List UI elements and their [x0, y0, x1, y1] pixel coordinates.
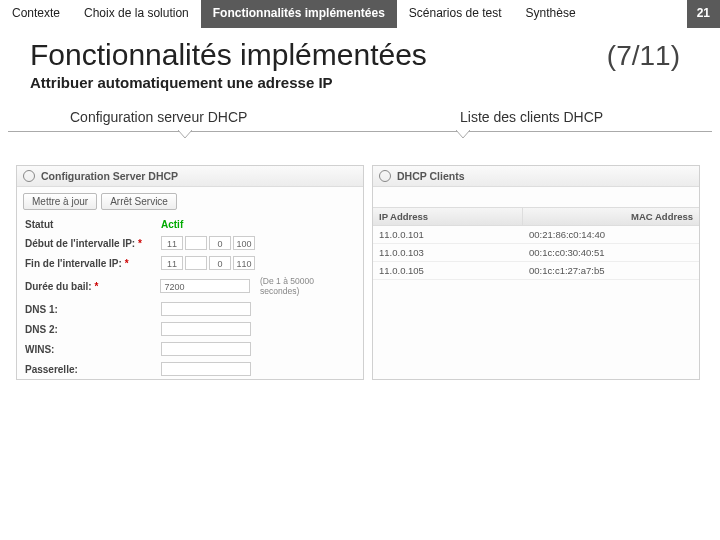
range-end-label: Fin de l'intervalle IP: *: [25, 258, 155, 269]
panel-heading-right: DHCP Clients: [397, 170, 465, 182]
dns1-label: DNS 1:: [25, 304, 155, 315]
ip-start-input[interactable]: 110100: [161, 236, 255, 250]
divider-line: [8, 131, 712, 147]
page-title: Fonctionnalités implémentées: [30, 38, 427, 72]
table-row: 11.0.0.105 00:1c:c1:27:a7:b5: [373, 262, 699, 280]
status-label: Statut: [25, 219, 155, 230]
dns1-input[interactable]: [161, 302, 251, 316]
subhead-right: Liste des clients DHCP: [390, 109, 690, 125]
tab-choix[interactable]: Choix de la solution: [72, 0, 201, 28]
dns2-label: DNS 2:: [25, 324, 155, 335]
tab-contexte[interactable]: Contexte: [0, 0, 72, 28]
gateway-input[interactable]: [161, 362, 251, 376]
gateway-label: Passerelle:: [25, 364, 155, 375]
list-icon: [379, 170, 391, 182]
page-number: 21: [687, 0, 720, 28]
update-button[interactable]: Mettre à jour: [23, 193, 97, 210]
tab-synthese[interactable]: Synthèse: [514, 0, 588, 28]
ip-end-input[interactable]: 110110: [161, 256, 255, 270]
page-subtitle: Attribuer automatiquement une adresse IP: [0, 72, 720, 109]
col-mac: MAC Address: [523, 208, 699, 225]
gear-icon: [23, 170, 35, 182]
lease-label: Durée du bail: *: [25, 281, 154, 292]
dhcp-clients-panel: DHCP Clients IP Address MAC Address 11.0…: [372, 165, 700, 380]
wins-input[interactable]: [161, 342, 251, 356]
dhcp-config-panel: Configuration Server DHCP Mettre à jour …: [16, 165, 364, 380]
tab-scenarios[interactable]: Scénarios de test: [397, 0, 514, 28]
col-ip: IP Address: [373, 208, 523, 225]
slide-counter: (7/11): [607, 40, 690, 72]
table-row: 11.0.0.103 00:1c:c0:30:40:51: [373, 244, 699, 262]
notch-left: [178, 130, 192, 140]
wins-label: WINS:: [25, 344, 155, 355]
lease-hint: (De 1 à 50000 secondes): [260, 276, 355, 296]
subhead-left: Configuration serveur DHCP: [30, 109, 390, 125]
notch-right: [456, 130, 470, 140]
panel-heading-left: Configuration Server DHCP: [41, 170, 178, 182]
stop-service-button[interactable]: Arrêt Service: [101, 193, 177, 210]
table-row: 11.0.0.101 00:21:86:c0:14:40: [373, 226, 699, 244]
tab-fonctionnalites[interactable]: Fonctionnalités implémentées: [201, 0, 397, 28]
dns2-input[interactable]: [161, 322, 251, 336]
range-start-label: Début de l'intervalle IP: *: [25, 238, 155, 249]
lease-input[interactable]: 7200: [160, 279, 250, 293]
status-value: Actif: [161, 219, 183, 230]
top-nav: Contexte Choix de la solution Fonctionna…: [0, 0, 720, 28]
